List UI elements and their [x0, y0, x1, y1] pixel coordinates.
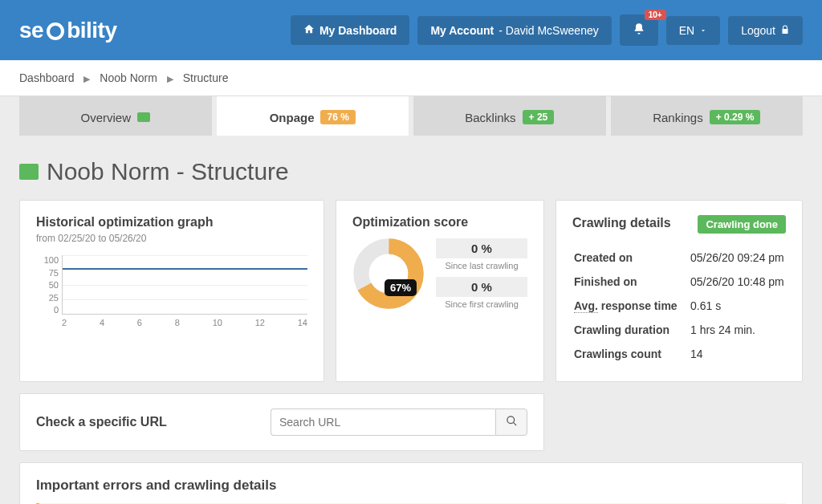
y-tick: 75 [36, 268, 59, 278]
logo-ring-icon [47, 22, 64, 40]
logo-text-1: se [19, 18, 43, 43]
logout-button[interactable]: Logout [728, 16, 803, 45]
page-title: Noob Norm - Structure [19, 158, 803, 185]
tab-overview[interactable]: Overview [19, 96, 212, 136]
delta-since-last: 0 % Since last crawling [436, 238, 527, 270]
crawl-row: Avg. response time0.61 s [574, 295, 784, 317]
chevron-down-icon [699, 24, 707, 37]
y-tick: 0 [36, 305, 59, 315]
my-account-button[interactable]: My Account - David McSweeney [417, 16, 611, 45]
notifications-button[interactable]: 10+ [620, 14, 658, 46]
tabs: Overview Onpage 76 % Backlinks + 25 Rank… [0, 96, 822, 136]
logo-text-2: bility [67, 18, 116, 43]
crawl-key: Crawlings count [574, 343, 689, 365]
my-account-label: My Account [430, 24, 494, 37]
crawl-row: Crawling duration1 hrs 24 min. [574, 319, 784, 341]
delta-since-first: 0 % Since first crawling [436, 277, 527, 309]
x-tick: 4 [100, 318, 104, 327]
breadcrumb-item[interactable]: Dashboard [19, 71, 75, 84]
tab-onpage[interactable]: Onpage 76 % [217, 96, 409, 136]
tab-badge: + 25 [523, 110, 555, 124]
donut-chart [352, 238, 425, 310]
home-icon [303, 23, 315, 37]
delta-label: Since first crawling [436, 299, 527, 309]
y-tick: 50 [36, 280, 59, 290]
x-tick: 6 [137, 318, 142, 327]
card-title: Important errors and crawling details [36, 478, 786, 494]
crawl-key: Crawling duration [574, 319, 689, 341]
crawl-key: Avg. response time [574, 295, 689, 317]
optimization-score-card: Optimization score 67% 0 % Since last cr… [336, 200, 544, 382]
page-title-text: Noob Norm - Structure [47, 158, 289, 185]
crawl-val: 05/26/20 09:24 pm [690, 246, 784, 269]
svg-point-2 [507, 417, 514, 424]
url-check-card: Check a specific URL [19, 393, 544, 451]
my-dashboard-button[interactable]: My Dashboard [291, 15, 409, 45]
chevron-right-icon: ▶ [83, 74, 90, 83]
y-tick: 25 [36, 293, 59, 303]
x-tick: 10 [213, 318, 222, 327]
account-user: - David McSweeney [498, 24, 599, 37]
x-tick: 2 [62, 318, 67, 327]
y-tick: 100 [36, 255, 59, 265]
crawl-row: Created on05/26/20 09:24 pm [574, 246, 784, 269]
tab-badge: 76 % [320, 110, 355, 124]
historical-graph-card: Historical optimization graph from 02/25… [19, 200, 324, 382]
tab-label: Onpage [270, 111, 315, 124]
crawl-val: 0.61 s [690, 295, 784, 317]
search-icon [506, 415, 518, 429]
delta-label: Since last crawling [436, 261, 527, 270]
logo[interactable]: sebility [19, 18, 117, 43]
breadcrumb: Dashboard ▶ Noob Norm ▶ Structure [0, 60, 822, 96]
bell-icon [633, 22, 645, 38]
tab-label: Rankings [653, 111, 703, 124]
card-title: Crawling details [572, 216, 671, 230]
card-title: Check a specific URL [36, 415, 167, 429]
errors-card: Important errors and crawling details 19… [19, 462, 803, 504]
my-dashboard-label: My Dashboard [319, 24, 397, 37]
tab-backlinks[interactable]: Backlinks + 25 [413, 96, 606, 136]
crawl-key: Created on [574, 246, 689, 269]
crawling-status-badge: Crawling done [698, 215, 786, 234]
crawl-val: 14 [690, 343, 784, 365]
svg-line-3 [513, 422, 516, 425]
data-line [63, 268, 307, 270]
delta-value: 0 % [436, 238, 527, 258]
search-url-button[interactable] [495, 408, 527, 436]
breadcrumb-item: Structure [183, 71, 229, 84]
search-url-input[interactable] [271, 408, 495, 436]
crawl-val: 1 hrs 24 min. [690, 319, 784, 341]
crawl-row: Crawlings count14 [574, 343, 784, 365]
tab-rankings[interactable]: Rankings + 0.29 % [611, 96, 804, 136]
crawl-key: Finished on [574, 270, 689, 293]
chart-icon [137, 112, 150, 122]
crawl-val: 05/26/20 10:48 pm [690, 270, 784, 293]
crawling-details-card: Crawling details Crawling done Created o… [555, 200, 803, 382]
chart-icon [19, 164, 39, 180]
crawl-row: Finished on05/26/20 10:48 pm [574, 270, 784, 293]
donut-value: 67% [385, 279, 417, 296]
x-tick: 12 [255, 318, 265, 327]
lock-icon [780, 24, 790, 37]
tab-badge: + 0.29 % [710, 110, 761, 124]
x-tick: 8 [175, 318, 180, 327]
breadcrumb-item[interactable]: Noob Norm [100, 71, 157, 84]
tab-label: Overview [80, 111, 131, 124]
card-subtitle: from 02/25/20 to 05/26/20 [36, 233, 307, 244]
x-tick: 14 [298, 318, 307, 327]
card-title: Historical optimization graph [36, 215, 307, 230]
tab-label: Backlinks [465, 111, 515, 124]
language-label: EN [679, 24, 694, 37]
chevron-right-icon: ▶ [167, 74, 173, 83]
logout-label: Logout [741, 24, 775, 37]
delta-value: 0 % [436, 277, 527, 297]
notif-count: 10+ [645, 10, 666, 20]
card-title: Optimization score [352, 215, 527, 230]
historical-chart: 100 75 50 25 0 2 4 6 8 [36, 255, 307, 327]
language-button[interactable]: EN [666, 16, 720, 45]
